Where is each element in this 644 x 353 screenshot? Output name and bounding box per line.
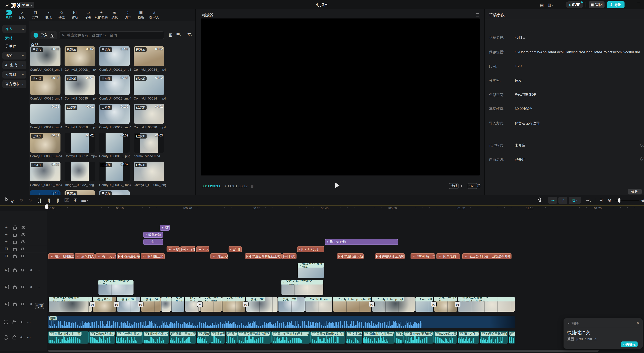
subtitle-clip[interactable]: Aa混沌生心炁，一 — [117, 253, 140, 259]
horizontal-scrollbar[interactable] — [48, 349, 598, 352]
lock-icon[interactable] — [13, 269, 16, 272]
zoom-in-icon[interactable]: ⊕ — [640, 197, 644, 203]
audio-clip-tts[interactable]: Aa灵宝天 — [226, 331, 237, 343]
preview-axis-icon[interactable]: ⇥∨ — [584, 197, 593, 203]
media-item[interactable]: 已添加 — [64, 190, 95, 195]
video-clip[interactable]: ◔变速 0.2X 补分辨率 ComfyUI_00017_.m — [458, 297, 515, 312]
lock-icon[interactable] — [13, 248, 16, 251]
frame-grid-icon[interactable]: ▦ — [250, 184, 254, 188]
audio-clip-tts[interactable]: Aa在天地初生之时，万 — [48, 331, 88, 343]
transition-icon[interactable]: ⋈ — [114, 301, 120, 307]
sidebar-group-官方素材[interactable]: 官方素材∨ — [2, 80, 26, 88]
media-item[interactable]: 已添加00:02 — [99, 46, 130, 66]
media-item[interactable]: 已添加 — [134, 162, 164, 181]
link-toggle[interactable]: ⧉∨ — [568, 197, 581, 204]
menu-button[interactable]: 菜单∨ — [20, 2, 34, 8]
media-item[interactable]: 00:02 — [99, 133, 130, 153]
tab-智能包装[interactable]: ✦智能包装 — [95, 10, 108, 20]
track-more-icon[interactable]: ⋯ — [27, 320, 31, 324]
export-button[interactable]: ↥导出 — [607, 1, 624, 8]
media-item[interactable]: 已添加00:02 — [30, 46, 60, 66]
track-more-icon[interactable]: ⋯ — [36, 285, 41, 289]
focus-icon[interactable]: ⌖ — [460, 184, 463, 188]
trim-left-icon[interactable]: ⸽[ — [46, 197, 53, 203]
timeline-zoom-slider-thumb[interactable] — [618, 198, 620, 203]
grid-view-icon[interactable]: ▦ — [168, 32, 172, 37]
subtitle-clip[interactable]: Aa灵宝天尊就 — [210, 253, 228, 259]
mute-icon[interactable] — [20, 336, 22, 339]
video-clip[interactable]: ◔变速 0.2X — [278, 297, 305, 312]
lock-icon[interactable] — [13, 255, 16, 258]
text-clip[interactable]: Aa≡原始 — [166, 246, 180, 252]
mute-icon[interactable] — [30, 269, 32, 271]
transition-icon[interactable]: ⋈ — [369, 301, 374, 307]
trim-right-icon[interactable]: ]⸽ — [54, 197, 62, 203]
mute-icon[interactable] — [30, 303, 32, 305]
subtitle-clip[interactable]: Aa仙玉公子此番下山就是令师尊之命，救助 — [462, 253, 512, 259]
track-more-icon[interactable]: ⋯ — [27, 335, 31, 340]
transition-icon[interactable]: ⋈ — [90, 301, 95, 307]
media-item[interactable]: 已添加00:02 — [30, 162, 60, 181]
redo-icon[interactable]: ↻ — [27, 197, 33, 203]
ruler-settings-icon[interactable]: ⌹ — [598, 197, 604, 203]
play-button[interactable] — [335, 183, 340, 188]
quality-button[interactable]: 清晰 — [449, 183, 458, 189]
track-more-icon[interactable]: ⋯ — [36, 268, 41, 272]
visibility-icon[interactable] — [21, 247, 26, 250]
lock-icon[interactable] — [13, 234, 16, 237]
visibility-icon[interactable] — [21, 233, 26, 236]
tab-字幕[interactable]: ▭字幕 — [82, 10, 94, 20]
fullscreen-icon[interactable]: ⛶ — [478, 184, 480, 188]
restore-button[interactable]: ❐ — [636, 2, 642, 7]
mute-icon[interactable] — [30, 286, 32, 288]
snap-toggle[interactable]: ⊶ — [548, 197, 557, 204]
video-clip[interactable]: ◔变速 0.4X 补分辨率 — [200, 297, 222, 312]
video-clip[interactable]: ◔变速 0.3X — [171, 297, 185, 312]
audio-clip-tts[interactable]: Aa仙玉公子此番下山就是... — [480, 331, 508, 343]
sidebar-import[interactable]: 导入∧ — [2, 25, 26, 33]
transition-icon[interactable]: ⋈ — [197, 301, 203, 307]
media-item[interactable]: 已添加 — [99, 190, 130, 195]
video-clip[interactable]: ◔ComfyUI_temp_hqt — [372, 297, 415, 312]
media-item[interactable]: 已添加00:02 — [99, 75, 130, 95]
player-viewport[interactable] — [201, 19, 480, 175]
lock-icon[interactable] — [12, 321, 16, 324]
subtitle-clip[interactable]: Aa闭关之前，下发力 — [436, 253, 460, 259]
audio-clip-tts[interactable]: Aa文 — [395, 331, 403, 343]
video-clip[interactable]: ◔变速 0.4X 补分辨率 Co — [98, 280, 134, 295]
filter-icon[interactable]: ⛛∨ — [188, 32, 192, 37]
timeline-ruler[interactable]: 00:0000:1000:2000:3000:4000:5001:0001:10… — [0, 205, 644, 211]
video-clip[interactable]: ◔变速 0.6X 补分 — [434, 297, 458, 312]
subtitle-clip[interactable]: Aa阴阳生三清，三 — [141, 253, 165, 259]
video-clip[interactable]: ◔变速 0.2X 补分辨率 — [297, 263, 324, 278]
delete-icon[interactable]: ⌧ — [64, 197, 70, 203]
video-clip[interactable]: ◔变速 0.5X — [141, 297, 161, 312]
tab-调节[interactable]: ≑调节 — [121, 10, 134, 20]
audio-clip-tts[interactable]: Aa四周云雾缭绕，好似仙... — [310, 331, 346, 343]
audio-clip-music[interactable]: 镇魂 — [48, 316, 515, 328]
transition-icon[interactable]: ⋈ — [454, 301, 460, 307]
info-icon[interactable]: ? — [640, 157, 644, 161]
modify-button[interactable]: 修改 — [628, 189, 642, 194]
sidebar-group-AI 生成[interactable]: AI 生成∨ — [2, 61, 26, 69]
visibility-icon[interactable] — [21, 303, 26, 305]
sort-icon[interactable]: ☰∨ — [176, 32, 182, 37]
visibility-icon[interactable] — [21, 226, 26, 229]
review-button[interactable]: ▣审阅 — [588, 1, 604, 8]
svip-badge[interactable]: ◆SVIP — [566, 1, 583, 8]
sidebar-group-云素材[interactable]: 云素材∨ — [2, 71, 26, 79]
audio-clip-tts[interactable]: Aa并在收仙玉为徒后便不 — [404, 331, 434, 343]
media-item[interactable]: 已添加00:02 — [64, 75, 95, 95]
visibility-icon[interactable] — [21, 269, 26, 271]
close-icon[interactable]: ✕ — [636, 320, 640, 326]
audio-clip-tts[interactable]: Aa阴阳生三清，三... — [170, 331, 196, 343]
tab-模板[interactable]: ▤模板 — [134, 10, 148, 20]
subtitle-clip[interactable]: Aa有一天，世界 — [96, 253, 116, 259]
lock-icon[interactable] — [13, 227, 16, 230]
video-clip[interactable]: ◔变速 0.5X 补分 — [222, 297, 246, 312]
auto-split-toggle[interactable]: ⁜ — [558, 197, 567, 204]
text-clip[interactable]: Aa≡灵宝 — [196, 246, 210, 252]
audio-clip-tts[interactable]: Aa文本朗 — [509, 331, 516, 343]
media-item[interactable]: 已添加00:02 — [134, 75, 164, 95]
search-input[interactable]: 🔍︎ 搜索文件名称、画面情节、台词 — [59, 31, 164, 39]
